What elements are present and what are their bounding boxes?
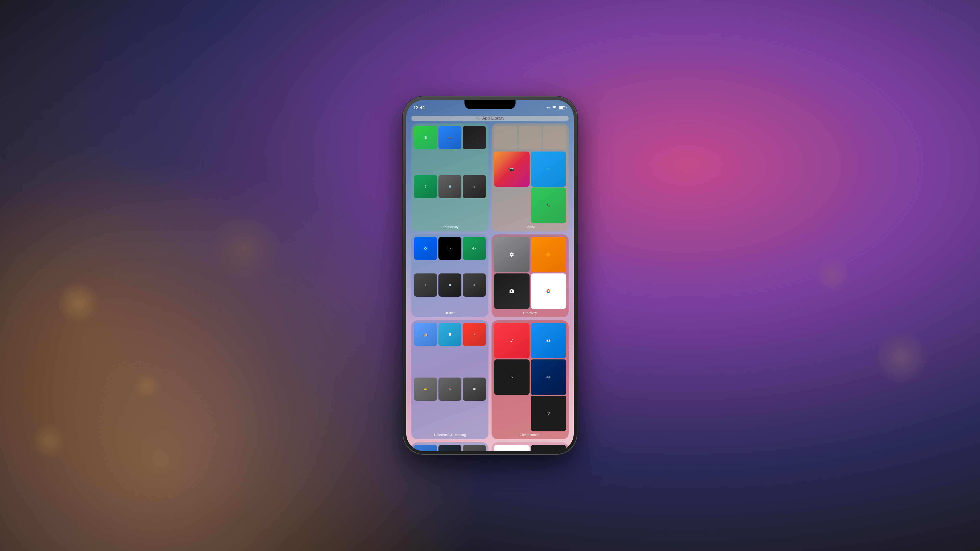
- svg-point-2: [425, 248, 426, 249]
- screen-content: App Library $ 📹: [406, 113, 574, 451]
- app-safari[interactable]: [414, 237, 437, 260]
- app-grammarly-util[interactable]: G✓: [463, 237, 486, 260]
- app-watchface[interactable]: [438, 237, 462, 260]
- app-cydia[interactable]: ⚙: [414, 445, 437, 451]
- battery-icon: [558, 106, 566, 110]
- social-label: Social: [494, 225, 566, 229]
- search-placeholder: App Library: [482, 116, 504, 121]
- app-calc-lifestyle[interactable]: ⊞: [463, 445, 486, 451]
- creativity-apps: 🔶: [494, 237, 566, 309]
- app-settings[interactable]: [494, 237, 530, 272]
- app-vlc[interactable]: 🔶: [531, 237, 566, 272]
- notch: [465, 100, 515, 109]
- utilities-apps: G✓ ⊡ 🔢 ⊞: [414, 237, 486, 309]
- social-top-1: [494, 126, 517, 149]
- app-font[interactable]: A: [494, 359, 530, 395]
- app-mlb[interactable]: MLB: [531, 359, 566, 395]
- phone: 12:44 ●●: [403, 97, 577, 454]
- app-maps[interactable]: [438, 323, 462, 346]
- status-time: 12:44: [414, 105, 425, 110]
- app-amazon[interactable]: a: [438, 445, 462, 451]
- app-calc-util[interactable]: 🔢: [438, 273, 462, 297]
- search-bar[interactable]: App Library: [411, 116, 569, 121]
- folder-social[interactable]: 📷 🐦 📞 Social: [492, 124, 569, 231]
- entertainment-right-small: MLB: [531, 359, 566, 431]
- entertainment-apps: A MLB: [494, 323, 566, 431]
- wifi-icon: [552, 106, 557, 110]
- app-instagram[interactable]: 📷: [494, 151, 530, 187]
- app-grid-util[interactable]: ⊞: [463, 273, 486, 297]
- app-wallet-ref[interactable]: 💳: [414, 378, 437, 401]
- app-music[interactable]: [494, 323, 530, 359]
- reference-label: Reference & Reading: [414, 433, 486, 437]
- app-health[interactable]: [494, 445, 530, 451]
- phone-outer: 12:44 ●●: [403, 97, 577, 454]
- app-extra-ref[interactable]: 📖: [463, 378, 486, 401]
- folder-entertainment[interactable]: A MLB: [492, 321, 569, 440]
- folder-health[interactable]: Health & Fitness: [492, 442, 569, 451]
- creativity-label: Creativity: [494, 311, 566, 315]
- social-top-2: [519, 126, 542, 149]
- app-shortcuts[interactable]: ⌂: [463, 126, 486, 149]
- app-screentime-util[interactable]: ⊡: [414, 273, 437, 297]
- signal-icon: ●●: [546, 106, 550, 110]
- productivity-apps: $ 📹 ⌂ G 🔢: [414, 126, 486, 223]
- folder-utilities[interactable]: G✓ ⊡ 🔢 ⊞ Utilities: [411, 234, 488, 318]
- app-appletv[interactable]: [531, 395, 566, 431]
- app-grammarly-prod[interactable]: G: [414, 175, 437, 198]
- app-appstore[interactable]: [531, 323, 566, 359]
- folder-reference[interactable]: 🤖 N 💳: [411, 321, 488, 440]
- app-screentime[interactable]: 🔢: [438, 175, 462, 198]
- entertainment-label: Entertainment: [494, 433, 566, 437]
- app-news[interactable]: N: [463, 323, 486, 346]
- social-top-3: [543, 126, 566, 149]
- app-more-ref[interactable]: 📚: [438, 378, 462, 401]
- health-apps: [494, 445, 566, 451]
- app-activity[interactable]: [531, 445, 566, 451]
- status-icons: ●●: [546, 106, 567, 110]
- utilities-label: Utilities: [414, 311, 486, 315]
- reference-apps: 🤖 N 💳: [414, 323, 486, 431]
- app-phone[interactable]: 📞: [531, 187, 566, 223]
- app-calc-prod[interactable]: ⊞: [463, 175, 486, 198]
- folder-productivity[interactable]: $ 📹 ⌂ G 🔢: [411, 124, 488, 231]
- social-top-row: [494, 126, 566, 149]
- app-photos[interactable]: [531, 273, 566, 309]
- app-cash[interactable]: $: [414, 126, 437, 149]
- social-apps: 📷 🐦 📞: [494, 151, 566, 223]
- phone-screen: 12:44 ●●: [406, 100, 574, 451]
- productivity-label: Productivity: [414, 225, 486, 229]
- app-zoom[interactable]: 📹: [438, 126, 462, 149]
- folder-lifestyle[interactable]: ⚙ a ⊞: [411, 442, 488, 451]
- app-twitter[interactable]: 🐦: [531, 151, 566, 187]
- app-bot[interactable]: 🤖: [414, 323, 437, 346]
- svg-point-15: [548, 290, 549, 292]
- folder-creativity[interactable]: 🔶: [492, 234, 569, 318]
- search-icon: [476, 116, 480, 121]
- social-right-col: 🐦 📞: [531, 151, 566, 223]
- lifestyle-apps: ⚙ a ⊞: [414, 445, 486, 451]
- app-grid: $ 📹 ⌂ G 🔢: [411, 124, 569, 451]
- app-camera[interactable]: [494, 273, 530, 309]
